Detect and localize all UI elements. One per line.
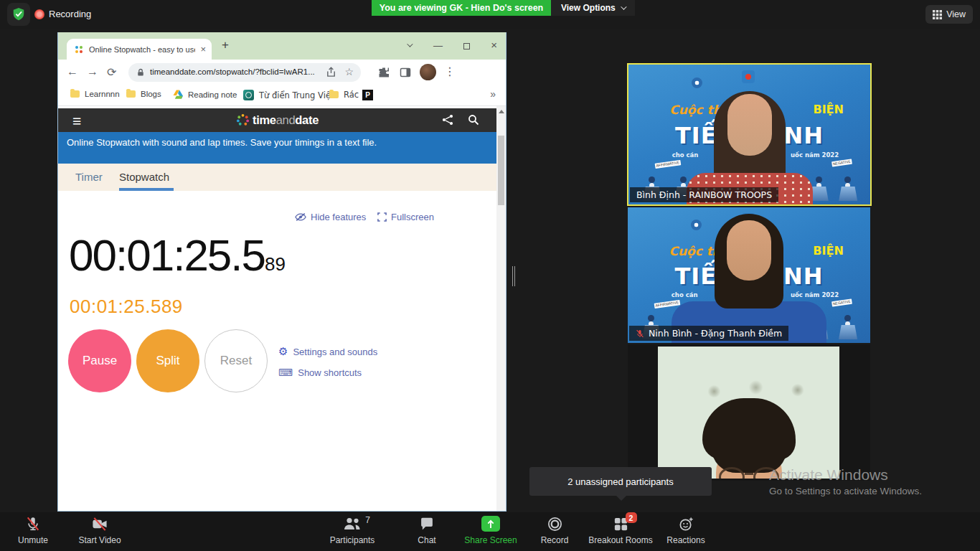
drive-icon: [173, 90, 183, 99]
tab-stopwatch[interactable]: Stopwatch: [119, 171, 169, 183]
start-video-label: Start Video: [78, 535, 121, 545]
bookmark-rac[interactable]: Rác: [329, 90, 359, 100]
stopwatch-time-fraction: 89: [265, 253, 286, 275]
bookmark-reading-note[interactable]: Reading note: [173, 90, 237, 99]
reload-icon[interactable]: ⟳: [107, 65, 116, 79]
search-icon[interactable]: [468, 114, 479, 126]
reactions-label: Reactions: [666, 535, 705, 545]
negative-sign: NEGATIVE: [831, 159, 852, 167]
extensions-puzzle-icon[interactable]: [378, 67, 390, 78]
eye-off-icon: [295, 212, 306, 222]
scrollbar-thumb[interactable]: [498, 136, 504, 205]
record-label: Record: [541, 535, 569, 545]
video-tile-binh-dinh[interactable]: Cuộc th BIỆN TIẾNG ANH cho cán uốc năm 2…: [627, 63, 872, 206]
viewing-screen-banner: You are viewing GK - Hien Do's screen: [372, 0, 551, 16]
bookmark-label: Rác: [344, 90, 359, 100]
split-button[interactable]: Split: [136, 329, 199, 392]
dictionary-icon: [243, 90, 254, 100]
view-button[interactable]: View: [925, 5, 973, 24]
recording-indicator-icon: [34, 9, 44, 19]
back-icon[interactable]: ←: [67, 65, 78, 78]
security-button[interactable]: [7, 3, 30, 26]
bookmark-star-icon[interactable]: ☆: [344, 66, 354, 77]
new-tab-button[interactable]: +: [222, 38, 229, 52]
page-description-banner: Online Stopwatch with sound and lap time…: [58, 132, 496, 164]
reset-button[interactable]: Reset: [204, 329, 268, 392]
record-icon: [547, 516, 563, 532]
page-scrollbar[interactable]: [496, 106, 506, 511]
settings-sounds-link[interactable]: ⚙ Settings and sounds: [278, 345, 377, 358]
keyboard-icon: ⌨: [278, 367, 293, 378]
bookmark-learnnnn[interactable]: Learnnnn: [70, 90, 120, 98]
start-video-button[interactable]: Start Video: [60, 515, 139, 550]
site-header: ≡ timeanddate: [58, 108, 496, 132]
browser-navbar: ← → ⟳ timeanddate.com/stopwatch/?fbclid=…: [58, 60, 506, 85]
bookmark-blogs[interactable]: Blogs: [126, 90, 161, 98]
video-tile-ninh-binh[interactable]: Cuộc th BIỆN TIẾNG ANH cho cán uốc năm 2…: [628, 207, 870, 343]
url-text: timeanddate.com/stopwatch/?fbclid=IwAR1.…: [150, 67, 315, 76]
address-bar[interactable]: timeanddate.com/stopwatch/?fbclid=IwAR1.…: [128, 63, 361, 82]
mic-muted-icon: [636, 329, 644, 338]
participants-count: 7: [365, 515, 370, 525]
settings-sounds-label: Settings and sounds: [293, 347, 377, 357]
share-page-icon[interactable]: [326, 67, 336, 77]
browser-tab[interactable]: Online Stopwatch - easy to use ×: [67, 39, 212, 60]
site-logo[interactable]: timeanddate: [58, 113, 496, 127]
browser-menu-icon[interactable]: ⋮: [444, 65, 456, 78]
tab-timer[interactable]: Timer: [75, 171, 103, 183]
bookmark-p[interactable]: P: [362, 90, 373, 100]
bookmark-dictionary[interactable]: Từ điển Trung Việt: [243, 90, 334, 100]
shared-browser-window: Online Stopwatch - easy to use × + — × ←…: [57, 32, 507, 512]
tab-close-icon[interactable]: ×: [200, 44, 206, 54]
participants-button[interactable]: 7 Participants: [313, 515, 392, 550]
view-options-dropdown[interactable]: View Options: [551, 0, 635, 16]
event-logo-icon: [742, 70, 755, 83]
participant-name: Bình Định - RAINBOW TROOPS: [636, 189, 772, 200]
activate-windows-watermark: Activate Windows: [769, 466, 888, 484]
site-logo-text: timeanddate: [253, 113, 319, 127]
bookmarks-overflow-icon[interactable]: »: [490, 88, 496, 100]
stopwatch-secondary-time: 00:01:25.589: [70, 296, 183, 318]
profile-avatar[interactable]: [420, 64, 436, 80]
pause-button[interactable]: Pause: [68, 329, 131, 392]
chevron-down-icon: [621, 4, 626, 9]
participant-person: [682, 83, 818, 204]
gear-icon: ⚙: [278, 345, 288, 358]
browser-tab-strip: Online Stopwatch - easy to use × + — ×: [58, 32, 506, 60]
mic-muted-icon: [25, 516, 41, 532]
breakout-rooms-label: Breakout Rooms: [588, 535, 652, 545]
window-minimize-icon[interactable]: —: [433, 40, 443, 51]
bookmark-label: Reading note: [188, 90, 237, 99]
stopwatch-page: ≡ timeanddate Online Stopwatch with soun…: [58, 106, 506, 511]
video-tile-unnamed[interactable]: [628, 344, 870, 481]
participant-person: [666, 210, 831, 343]
participant-name-label: Bình Định - RAINBOW TROOPS: [630, 187, 778, 202]
scroll-up-icon[interactable]: [499, 110, 504, 113]
window-maximize-icon[interactable]: [463, 43, 470, 50]
affirmative-sign: AFFIRMATIVE: [655, 160, 681, 169]
forward-icon[interactable]: →: [87, 65, 98, 78]
fullscreen-label: Fullscreen: [391, 212, 434, 222]
breakout-rooms-badge: 2: [626, 512, 637, 523]
folder-icon: [70, 90, 80, 98]
stopwatch-display: 00:01:25.589: [69, 230, 286, 281]
meeting-top-bar: Recording You are viewing GK - Hien Do's…: [0, 0, 980, 29]
share-screen-icon: [481, 516, 500, 532]
reactions-icon: [678, 516, 694, 532]
backdrop-word: BIỆN: [813, 103, 843, 116]
hide-features-link[interactable]: Hide features: [295, 212, 366, 222]
participant-name-label: Ninh Bình - Đặng Thanh Điềm: [629, 326, 788, 341]
side-panel-icon[interactable]: [400, 67, 411, 78]
reactions-button[interactable]: Reactions: [646, 515, 725, 550]
p-letter-icon: P: [362, 90, 373, 100]
window-chevron-icon[interactable]: [407, 41, 413, 47]
show-shortcuts-link[interactable]: ⌨ Show shortcuts: [278, 367, 362, 378]
fullscreen-link[interactable]: Fullscreen: [377, 212, 434, 222]
activate-windows-subtext: Go to Settings to activate Windows.: [769, 486, 922, 496]
chat-icon: [419, 517, 435, 532]
site-logo-icon: [236, 113, 250, 127]
share-icon[interactable]: [442, 114, 453, 126]
podium-figure: [839, 182, 857, 201]
participant-name: Ninh Bình - Đặng Thanh Điềm: [649, 328, 782, 339]
window-close-icon[interactable]: ×: [491, 39, 497, 51]
